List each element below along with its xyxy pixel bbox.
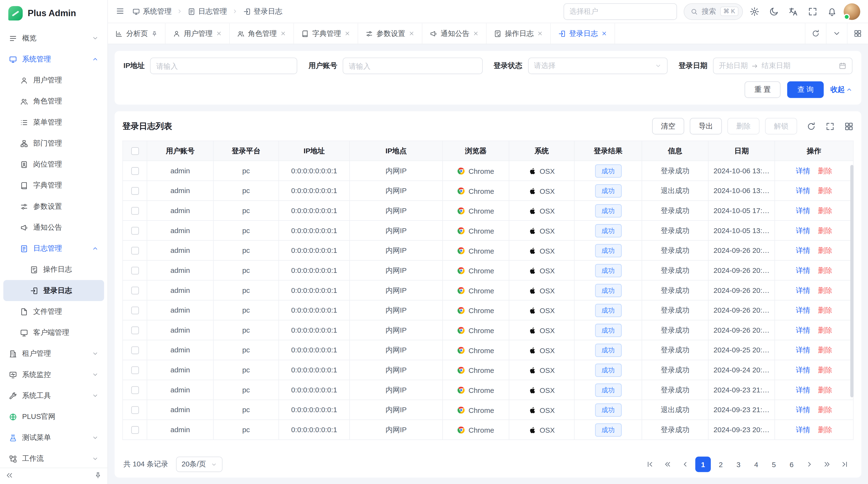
table-fullscreen-button[interactable] [825,122,835,131]
breadcrumb-item[interactable]: 登录日志 [243,6,282,16]
hamburger-icon-slot[interactable] [116,6,126,16]
tab-close-icon[interactable] [216,30,222,36]
sidebar-item-登录日志[interactable]: 登录日志 [3,280,104,301]
tabs-refresh-button[interactable] [805,23,826,44]
sidebar-item-菜单管理[interactable]: 菜单管理 [3,112,104,133]
daterange-input[interactable]: 开始日期结束日期 [713,58,852,74]
sidebar-item-文件管理[interactable]: 文件管理 [3,301,104,322]
sidebar-item-客户端管理[interactable]: 客户端管理 [3,322,104,343]
delete-link[interactable]: 删除 [818,286,832,294]
tab-用户管理[interactable]: 用户管理 [165,23,229,44]
sidebar-item-工作流[interactable]: 工作流 [3,448,104,467]
detail-link[interactable]: 详情 [796,286,810,294]
table-refresh-button[interactable] [807,122,816,131]
sidebar-item-系统监控[interactable]: 系统监控 [3,364,104,385]
sidebar-item-概览[interactable]: 概览 [3,28,104,49]
pager-prev[interactable] [678,456,693,472]
row-checkbox[interactable] [131,386,138,394]
pager-page-2[interactable]: 2 [713,456,728,472]
tab-登录日志[interactable]: 登录日志 [551,23,615,44]
delete-link[interactable]: 删除 [818,206,832,214]
pager-first[interactable] [642,456,657,472]
sidebar-item-PLUS官网[interactable]: PLUS官网 [3,406,104,427]
sidebar-item-字典管理[interactable]: 字典管理 [3,175,104,196]
tab-close-icon[interactable] [280,30,286,36]
collapse-link[interactable]: 收起 [830,85,852,95]
breadcrumb-item[interactable]: 系统管理 [132,6,172,16]
sidebar-item-操作日志[interactable]: 操作日志 [3,259,104,280]
sidebar-item-测试菜单[interactable]: 测试菜单 [3,427,104,448]
pager-page-3[interactable]: 3 [731,456,746,472]
tab-分析页[interactable]: 分析页 [108,23,166,44]
sidebar-item-通知公告[interactable]: 通知公告 [3,217,104,238]
tab-close-icon[interactable] [473,30,479,36]
tab-close-icon[interactable] [537,30,543,36]
sidebar-pin-icon[interactable] [94,471,102,481]
row-checkbox[interactable] [131,307,138,315]
table-columns-button[interactable] [844,122,854,131]
row-checkbox[interactable] [131,347,138,354]
text-input[interactable] [343,58,483,74]
global-search[interactable]: 搜索 ⌘ K [684,3,743,20]
tab-参数设置[interactable]: 参数设置 [358,23,422,44]
detail-link[interactable]: 详情 [796,166,810,174]
清空-button[interactable]: 清空 [652,118,684,134]
sidebar-item-参数设置[interactable]: 参数设置 [3,196,104,217]
detail-link[interactable]: 详情 [796,226,810,234]
tenant-input[interactable] [569,7,671,15]
row-checkbox[interactable] [131,366,138,374]
delete-link[interactable]: 删除 [818,266,832,274]
delete-link[interactable]: 删除 [818,186,832,195]
row-checkbox[interactable] [131,327,138,334]
tab-close-icon[interactable] [601,30,607,36]
avatar[interactable] [844,3,860,20]
language-button[interactable] [788,6,798,16]
pager-page-4[interactable]: 4 [748,456,764,472]
delete-link[interactable]: 删除 [818,365,832,374]
detail-link[interactable]: 详情 [796,346,810,354]
sidebar-item-租户管理[interactable]: 租户管理 [3,343,104,364]
row-checkbox[interactable] [131,407,138,414]
reset-button[interactable]: 重 置 [744,81,781,98]
detail-link[interactable]: 详情 [796,406,810,414]
sidebar-collapse-icon[interactable] [5,471,13,481]
notifications-button[interactable] [827,6,837,16]
row-checkbox[interactable] [131,167,138,175]
tab-通知公告[interactable]: 通知公告 [423,23,487,44]
tenant-select[interactable] [563,3,677,20]
sidebar-item-系统工具[interactable]: 系统工具 [3,385,104,406]
fullscreen-button[interactable] [808,6,817,16]
tab-close-icon[interactable] [408,30,414,36]
tab-角色管理[interactable]: 角色管理 [230,23,294,44]
page-size-select[interactable]: 20条/页 [176,456,222,472]
detail-link[interactable]: 详情 [796,425,810,433]
delete-link[interactable]: 删除 [818,425,832,433]
pager-page-1[interactable]: 1 [695,456,711,472]
delete-link[interactable]: 删除 [818,326,832,334]
sidebar-item-系统管理[interactable]: 系统管理 [3,49,104,70]
table-scrollbar[interactable] [850,165,854,397]
detail-link[interactable]: 详情 [796,305,810,314]
pager-prev-jump[interactable] [660,456,675,472]
settings-button[interactable] [750,6,760,16]
delete-link[interactable]: 删除 [818,166,832,174]
pager-last[interactable] [837,456,852,472]
tab-操作日志[interactable]: 操作日志 [487,23,551,44]
row-checkbox[interactable] [131,267,138,275]
row-checkbox[interactable] [131,187,138,195]
sidebar-item-用户管理[interactable]: 用户管理 [3,70,104,91]
detail-link[interactable]: 详情 [796,266,810,274]
delete-link[interactable]: 删除 [818,406,832,414]
delete-link[interactable]: 删除 [818,385,832,394]
delete-link[interactable]: 删除 [818,346,832,354]
tab-字典管理[interactable]: 字典管理 [294,23,358,44]
delete-link[interactable]: 删除 [818,226,832,234]
tabs-dropdown-button[interactable] [826,23,847,44]
breadcrumb-item[interactable]: 日志管理 [188,6,227,16]
row-checkbox[interactable] [131,227,138,235]
pager-page-5[interactable]: 5 [766,456,782,472]
pager-next[interactable] [802,456,817,472]
row-checkbox[interactable] [131,426,138,434]
detail-link[interactable]: 详情 [796,206,810,214]
delete-link[interactable]: 删除 [818,305,832,314]
